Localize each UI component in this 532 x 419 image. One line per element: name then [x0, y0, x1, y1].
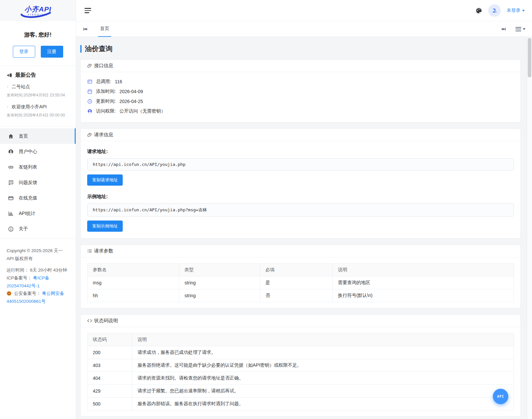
announcement-time: 发布时间:2026年4月4日 00:00:00 [7, 113, 69, 118]
sidebar-item-recharge[interactable]: 在线充值 [0, 190, 76, 206]
permission-user-icon [87, 109, 92, 114]
announcement-link[interactable]: · 二号站点 [7, 84, 69, 90]
column-header: 说明 [132, 333, 514, 346]
status-codes-card: 状态码说明 状态码 说明 200 请求成功，服务器已成功处理了请求。 [80, 314, 521, 417]
sidebar-item-feedback[interactable]: 问题反馈 [0, 175, 76, 190]
sidebar-collapse-icon[interactable] [83, 7, 92, 14]
info-label: 更新时间: [96, 98, 116, 104]
api-floating-button[interactable]: API [493, 389, 508, 404]
logo-title: 小齐API [24, 6, 51, 13]
info-value: 公开访问（无需密钥） [119, 108, 165, 114]
title-accent-bar [80, 45, 82, 53]
announcements-title: 最新公告 [15, 72, 36, 79]
param-required: 是 [260, 276, 332, 289]
info-label: 总调用: [96, 79, 111, 85]
example-url-label: 示例地址: [87, 194, 514, 200]
table-row: 403 服务器拒绝请求。这可能是由于缺少必要的认证凭据（如API密钥）或权限不足… [88, 359, 514, 372]
params-table: 参数名 类型 必填 说明 msg string 是 需要查询的地区 [87, 263, 514, 302]
status-code: 403 [88, 359, 132, 372]
status-code: 200 [88, 346, 132, 359]
auth-buttons: 登录 注册 [0, 46, 76, 66]
sidebar-item-label: 问题反馈 [19, 180, 37, 186]
logo-subtitle: XIAOQIAPI [28, 13, 48, 16]
login-button[interactable]: 登录 [13, 46, 35, 58]
bar-chart-icon [8, 211, 14, 217]
sidebar-footer: Copyright © 2025-2026 天一 API 版权所有 运行时间： … [0, 239, 76, 313]
vertical-scrollbar[interactable] [527, 37, 532, 419]
status-desc: 服务器内部错误。服务器在执行请求时遇到了问题。 [132, 398, 514, 410]
chevron-down-icon [523, 28, 525, 30]
total-calls-icon [87, 79, 92, 84]
sidebar-item-label: 友链列表 [19, 164, 37, 170]
police-label: 公安备案号： [14, 291, 41, 296]
request-url-box[interactable]: https://api.icofun.cn/API/youjia.php [87, 158, 514, 170]
info-row: 更新时间: 2026-04-25 [87, 96, 514, 106]
home-icon [8, 133, 14, 139]
column-header: 类型 [179, 264, 260, 276]
avatar[interactable] [488, 4, 501, 17]
sidebar-item-label: 首页 [19, 133, 28, 139]
uptime-value: 6天 20小时 43分钟 [30, 268, 67, 273]
announcement-title: 欢迎使用小齐API [12, 104, 47, 110]
example-url-box[interactable]: https://api.icofun.cn/API/youjia.php?msg… [87, 203, 514, 217]
tabs-scroll-end-icon[interactable] [501, 27, 506, 32]
api-info-card: 接口信息 总调用: 116 添加时间: 2026-04-09 [80, 59, 521, 122]
tab-home[interactable]: 首页 [98, 21, 111, 37]
theme-palette-icon[interactable] [475, 7, 482, 14]
link-icon [8, 164, 14, 170]
register-button[interactable]: 注册 [41, 46, 63, 58]
copy-example-url-button[interactable]: 复制示例地址 [87, 221, 123, 232]
info-value: 2026-04-25 [119, 99, 143, 104]
column-header: 参数名 [88, 264, 179, 276]
list-icon [87, 249, 92, 253]
card-title: 接口信息 [94, 63, 113, 69]
sidebar-item-about[interactable]: 关于 [0, 221, 76, 237]
sidebar-item-user-center[interactable]: 用户中心 [0, 144, 76, 159]
code-icon [87, 318, 92, 323]
table-row: msg string 是 需要查询的地区 [88, 276, 514, 289]
table-row: hh string 否 换行符号(默认\n) [88, 289, 514, 302]
tab-bar: 首页 [76, 21, 532, 37]
status-code: 429 [88, 385, 132, 398]
tabs-scroll-start-icon[interactable] [83, 27, 88, 32]
paperclip-icon [87, 63, 92, 68]
info-value: 2026-04-09 [119, 89, 143, 94]
info-row: 总调用: 116 [87, 77, 514, 87]
login-status[interactable]: 未登录 [507, 8, 525, 13]
content-scroll-area[interactable]: 油价查询 接口信息 总调用: 116 [76, 37, 532, 419]
page-title: 油价查询 [85, 44, 113, 53]
status-code: 404 [88, 372, 132, 385]
logo[interactable]: 小齐API XIAOQIAPI [0, 0, 76, 21]
info-value: 116 [115, 79, 122, 84]
status-desc: 服务器拒绝请求。这可能是由于缺少必要的认证凭据（如API密钥）或权限不足。 [132, 359, 514, 372]
table-row: 429 请求过于频繁。您已超出速率限制，请稍后再试。 [88, 385, 514, 398]
param-desc: 换行符号(默认\n) [333, 289, 514, 302]
param-type: string [179, 276, 260, 289]
bullet-icon: · [7, 84, 8, 90]
table-row: 200 请求成功，服务器已成功处理了请求。 [88, 346, 514, 359]
sidebar-nav: 首页 用户中心 友链列表 问题反馈 在线充值 [0, 126, 76, 239]
tab-options-menu[interactable] [516, 27, 525, 31]
status-desc: 请求的资源未找到。请检查您的请求地址是否正确。 [132, 372, 514, 385]
calendar-icon [87, 89, 92, 94]
sidebar-item-label: 关于 [19, 226, 28, 232]
sidebar-item-api-stats[interactable]: API统计 [0, 206, 76, 221]
card-title: 状态码说明 [94, 318, 118, 324]
sidebar: 小齐API XIAOQIAPI 游客, 您好! 登录 注册 最新公告 · 二号站… [0, 0, 76, 419]
copy-request-url-button[interactable]: 复制请求地址 [87, 174, 123, 186]
status-desc: 请求过于频繁。您已超出速率限制，请稍后再试。 [132, 385, 514, 398]
user-slash-icon [492, 8, 497, 13]
tab-label: 首页 [100, 26, 109, 32]
table-row: 500 服务器内部错误。服务器在执行请求时遇到了问题。 [88, 398, 514, 410]
announcement-link[interactable]: · 欢迎使用小齐API [7, 104, 69, 110]
sidebar-item-label: 用户中心 [19, 149, 37, 155]
main-area: 未登录 首页 油价查询 [76, 0, 532, 419]
param-type: string [179, 289, 260, 302]
announcement-title: 二号站点 [12, 84, 30, 90]
sidebar-item-friend-links[interactable]: 友链列表 [0, 159, 76, 175]
column-header: 状态码 [88, 333, 132, 346]
sidebar-item-label: 在线充值 [19, 195, 37, 201]
info-label: 访问权限: [96, 108, 116, 114]
sidebar-item-home[interactable]: 首页 [0, 128, 76, 144]
scrollbar-thumb[interactable] [528, 38, 531, 77]
